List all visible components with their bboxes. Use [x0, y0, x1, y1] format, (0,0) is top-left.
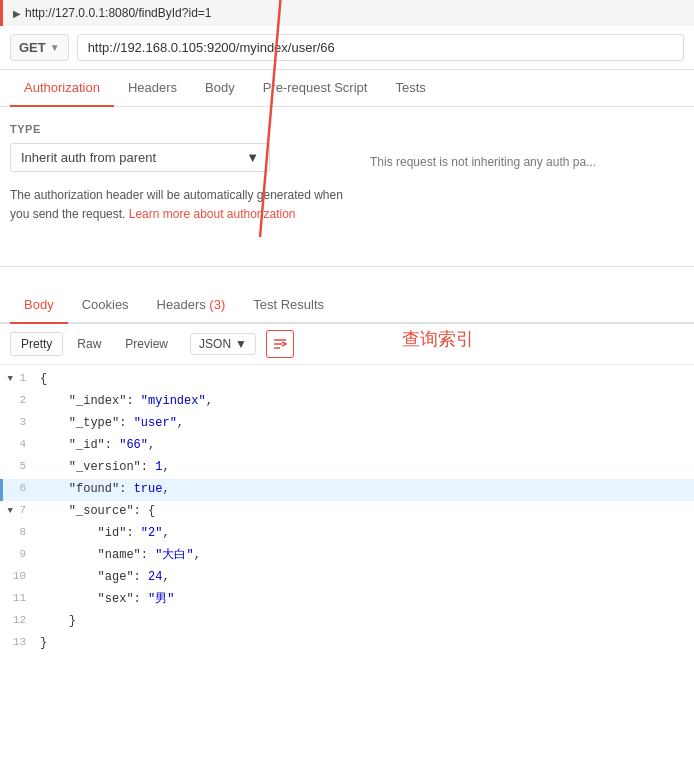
- response-tabs: Body Cookies Headers (3) Test Results: [0, 287, 694, 324]
- chevron-down-icon: ▼: [246, 150, 259, 165]
- json-line: 3 "_type": "user",: [0, 413, 694, 435]
- json-line: 5 "_version": 1,: [0, 457, 694, 479]
- chevron-down-icon: ▼: [235, 337, 247, 351]
- format-pretty-button[interactable]: Pretty: [10, 332, 63, 356]
- format-preview-button[interactable]: Preview: [115, 333, 178, 355]
- tab-body[interactable]: Body: [191, 70, 249, 107]
- json-line: 12 }: [0, 611, 694, 633]
- json-line: ▼ 1{: [0, 369, 694, 391]
- fold-icon[interactable]: ▼: [7, 506, 12, 516]
- query-annotation-label: 查询索引: [402, 327, 474, 351]
- breadcrumb-url[interactable]: http://127.0.0.1:8080/findById?id=1: [25, 6, 211, 20]
- method-select[interactable]: GET ▼: [10, 34, 69, 61]
- json-line: 2 "_index": "myindex",: [0, 391, 694, 413]
- method-label: GET: [19, 40, 46, 55]
- chevron-down-icon: ▼: [50, 42, 60, 53]
- auth-description: The authorization header will be automat…: [10, 186, 350, 224]
- json-line: 4 "_id": "66",: [0, 435, 694, 457]
- fold-icon[interactable]: ▼: [7, 374, 12, 384]
- format-raw-button[interactable]: Raw: [67, 333, 111, 355]
- auth-type-value: Inherit auth from parent: [21, 150, 156, 165]
- auth-learn-link[interactable]: Learn more about authorization: [129, 207, 296, 221]
- tab-tests[interactable]: Tests: [381, 70, 439, 107]
- auth-panel: TYPE Inherit auth from parent ▼ The auth…: [0, 107, 694, 267]
- json-line: 10 "age": 24,: [0, 567, 694, 589]
- json-viewer: ▼ 1{2 "_index": "myindex",3 "_type": "us…: [0, 365, 694, 659]
- type-label: TYPE: [10, 123, 350, 135]
- tab-authorization[interactable]: Authorization: [10, 70, 114, 107]
- tab-pre-request-script[interactable]: Pre-request Script: [249, 70, 382, 107]
- url-input[interactable]: [77, 34, 684, 61]
- auth-left: TYPE Inherit auth from parent ▼ The auth…: [10, 123, 350, 250]
- response-tab-headers[interactable]: Headers (3): [143, 287, 240, 324]
- auth-type-dropdown[interactable]: Inherit auth from parent ▼: [10, 143, 270, 172]
- auth-right-text: This request is not inheriting any auth …: [370, 123, 684, 250]
- format-type-select[interactable]: JSON ▼: [190, 333, 256, 355]
- wrap-button[interactable]: [266, 330, 294, 358]
- json-line: 8 "id": "2",: [0, 523, 694, 545]
- json-line: 13}: [0, 633, 694, 655]
- format-bar: Pretty Raw Preview JSON ▼: [0, 324, 694, 365]
- json-line: 9 "name": "大白",: [0, 545, 694, 567]
- json-line: ▼ 7 "_source": {: [0, 501, 694, 523]
- headers-badge: (3): [209, 297, 225, 312]
- response-tab-test-results[interactable]: Test Results: [239, 287, 338, 324]
- response-tab-body[interactable]: Body: [10, 287, 68, 324]
- breadcrumb: ▶ http://127.0.0.1:8080/findById?id=1: [0, 0, 694, 26]
- json-line: 11 "sex": "男": [0, 589, 694, 611]
- wrap-icon: [272, 336, 288, 352]
- request-tabs: Authorization Headers Body Pre-request S…: [0, 70, 694, 107]
- response-tab-cookies[interactable]: Cookies: [68, 287, 143, 324]
- format-type-value: JSON: [199, 337, 231, 351]
- tab-headers[interactable]: Headers: [114, 70, 191, 107]
- breadcrumb-arrow: ▶: [13, 8, 21, 19]
- request-bar: GET ▼: [0, 26, 694, 70]
- json-line: 6 "found": true,: [0, 479, 694, 501]
